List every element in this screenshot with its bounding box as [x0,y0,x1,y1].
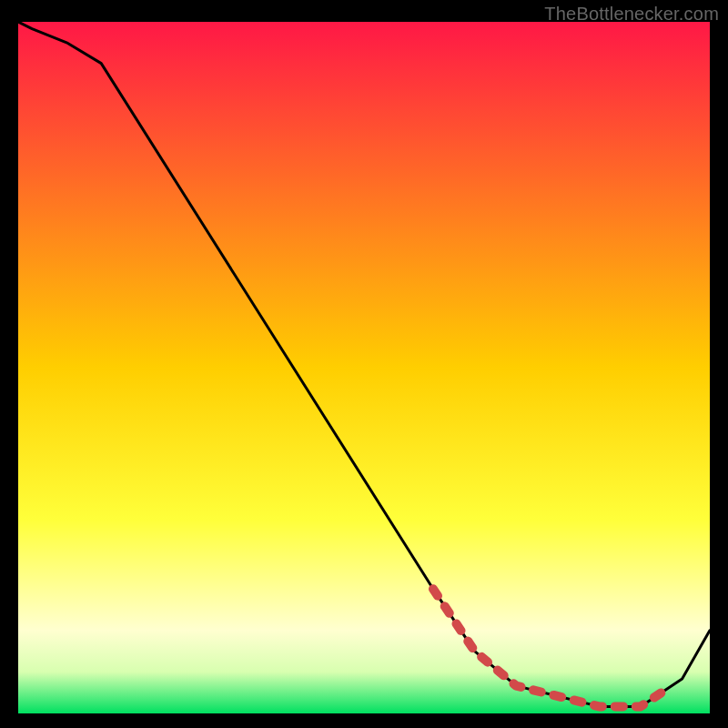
plot-svg [18,22,710,713]
watermark-text: TheBottlenecker.com [544,4,719,25]
gradient-background [18,22,710,713]
chart-frame: TheBottlenecker.com [0,0,728,728]
bottleneck-plot [18,22,710,713]
